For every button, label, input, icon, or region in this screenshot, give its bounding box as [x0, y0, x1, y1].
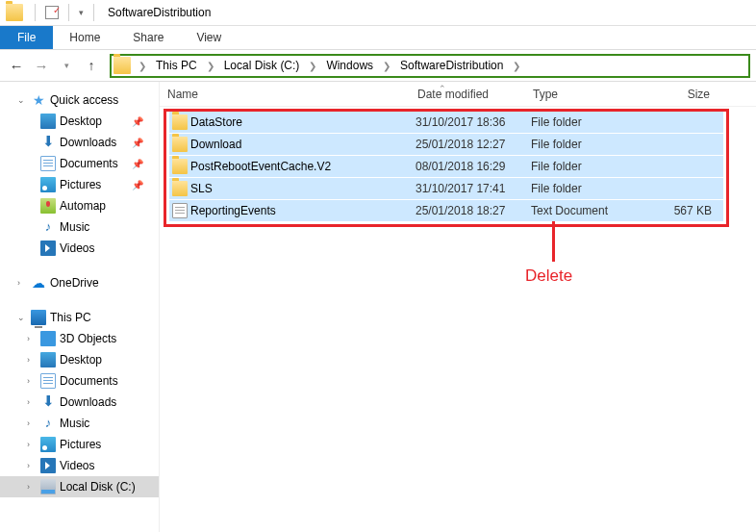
- folder-icon: [172, 181, 188, 196]
- chevron-right-icon[interactable]: ›: [17, 278, 27, 288]
- sidebar-item[interactable]: Documents📌: [0, 153, 159, 174]
- file-size: 567 KB: [646, 204, 719, 217]
- column-header-name[interactable]: Name: [160, 88, 410, 101]
- sidebar-item[interactable]: ›Local Disk (C:): [0, 476, 159, 497]
- file-list-panel: Name Date modified Type Size DataStore31…: [159, 82, 756, 532]
- chevron-right-icon[interactable]: ›: [27, 376, 37, 386]
- qat-properties-icon[interactable]: [45, 6, 59, 19]
- nav-recent-dropdown[interactable]: ▾: [56, 55, 77, 76]
- sidebar-label: Quick access: [50, 93, 118, 107]
- breadcrumb-segment[interactable]: Local Disk (C:): [218, 56, 306, 76]
- breadcrumb-segment[interactable]: SoftwareDistribution: [394, 56, 509, 76]
- tab-home[interactable]: Home: [53, 26, 116, 49]
- video-icon: [40, 241, 56, 256]
- chevron-right-icon[interactable]: ›: [27, 355, 37, 365]
- file-name: SLS: [190, 182, 416, 195]
- qat-separator: [35, 4, 36, 21]
- sidebar-item[interactable]: ›Videos: [0, 455, 159, 476]
- chevron-right-icon[interactable]: ›: [27, 461, 37, 470]
- sidebar-item-label: Documents: [60, 157, 118, 170]
- sidebar-item-label: Pictures: [60, 438, 101, 451]
- chevron-right-icon[interactable]: ❯: [135, 61, 150, 71]
- column-header-type[interactable]: Type: [525, 88, 641, 101]
- pin-icon: 📌: [132, 159, 159, 169]
- sidebar-item[interactable]: Pictures📌: [0, 174, 159, 195]
- file-row[interactable]: ReportingEvents25/01/2018 18:27Text Docu…: [169, 200, 723, 221]
- sidebar-this-pc[interactable]: ⌄ This PC: [0, 307, 159, 328]
- main-content: ⌄ ★ Quick access Desktop📌⬇Downloads📌Docu…: [0, 82, 756, 532]
- breadcrumb-segment[interactable]: Windows: [320, 56, 379, 76]
- sidebar-item-label: 3D Objects: [60, 332, 116, 345]
- sidebar-onedrive[interactable]: › ☁ OneDrive: [0, 272, 159, 293]
- sidebar-item-label: Local Disk (C:): [60, 480, 136, 494]
- nav-forward-button[interactable]: →: [31, 55, 52, 76]
- sidebar-item-label: Videos: [60, 459, 94, 472]
- file-date: 08/01/2018 16:29: [416, 160, 531, 173]
- desktop-icon: [40, 352, 56, 367]
- qat-dropdown-icon[interactable]: ▾: [79, 8, 84, 17]
- file-date: 25/01/2018 12:27: [416, 138, 531, 151]
- chevron-right-icon[interactable]: ›: [27, 397, 37, 407]
- file-name: ReportingEvents: [190, 204, 416, 217]
- chevron-right-icon[interactable]: ❯: [305, 61, 320, 71]
- address-breadcrumb[interactable]: ❯ This PC ❯ Local Disk (C:) ❯ Windows ❯ …: [110, 54, 750, 78]
- tab-view[interactable]: View: [180, 26, 238, 49]
- folder-icon: [172, 137, 188, 152]
- sidebar-item[interactable]: ›Desktop: [0, 349, 159, 370]
- chevron-right-icon[interactable]: ❯: [379, 61, 394, 71]
- pc-icon: [31, 310, 46, 325]
- tab-file[interactable]: File: [0, 26, 53, 49]
- chevron-right-icon[interactable]: ›: [27, 418, 37, 428]
- sidebar-item-label: Documents: [60, 374, 118, 388]
- chevron-down-icon[interactable]: ⌄: [17, 313, 27, 322]
- qat-separator: [93, 4, 94, 21]
- folder-icon: [172, 159, 188, 174]
- column-header-size[interactable]: Size: [641, 88, 718, 101]
- navigation-tree: ⌄ ★ Quick access Desktop📌⬇Downloads📌Docu…: [0, 82, 159, 532]
- sidebar-item[interactable]: ›Documents: [0, 370, 159, 392]
- pin-icon: 📌: [132, 180, 159, 190]
- file-row[interactable]: PostRebootEventCache.V208/01/2018 16:29F…: [169, 156, 723, 177]
- sidebar-item[interactable]: Videos: [0, 238, 159, 259]
- desktop-icon: [40, 114, 56, 129]
- qat-separator: [68, 4, 69, 21]
- nav-up-button[interactable]: ↑: [81, 55, 102, 76]
- breadcrumb-segment[interactable]: This PC: [150, 56, 203, 76]
- chevron-right-icon[interactable]: ›: [27, 440, 37, 449]
- chevron-right-icon[interactable]: ›: [27, 482, 37, 492]
- sidebar-item[interactable]: ♪Music: [0, 216, 159, 238]
- doc-icon: [40, 373, 56, 389]
- sidebar-item[interactable]: Desktop📌: [0, 111, 159, 132]
- 3d-icon: [40, 331, 56, 346]
- file-row[interactable]: SLS31/10/2017 17:41File folder: [169, 178, 723, 199]
- quick-access-toolbar: ▾: [33, 4, 96, 21]
- file-name: DataStore: [190, 115, 416, 129]
- chevron-right-icon[interactable]: ›: [27, 334, 37, 343]
- sidebar-item-label: Downloads: [60, 136, 116, 149]
- chevron-right-icon[interactable]: ❯: [509, 61, 524, 71]
- chevron-down-icon[interactable]: ⌄: [17, 95, 27, 105]
- window-title: SoftwareDistribution: [108, 6, 211, 19]
- sidebar-quick-access[interactable]: ⌄ ★ Quick access: [0, 89, 159, 111]
- sidebar-item[interactable]: ›3D Objects: [0, 328, 159, 349]
- sidebar-item[interactable]: ›♪Music: [0, 413, 159, 434]
- sidebar-item-label: Pictures: [60, 178, 101, 191]
- sidebar-item-label: Videos: [60, 241, 94, 255]
- column-header-date[interactable]: Date modified: [410, 88, 525, 101]
- file-date: 31/10/2017 17:41: [416, 182, 531, 195]
- nav-back-button[interactable]: ←: [6, 55, 27, 76]
- chevron-right-icon[interactable]: ❯: [203, 61, 218, 71]
- tab-share[interactable]: Share: [116, 26, 180, 49]
- sidebar-item[interactable]: ›⬇Downloads: [0, 392, 159, 413]
- file-row[interactable]: Download25/01/2018 12:27File folder: [169, 134, 723, 155]
- file-row[interactable]: DataStore31/10/2017 18:36File folder: [169, 112, 723, 133]
- file-type: File folder: [531, 115, 646, 129]
- file-name: Download: [190, 138, 416, 151]
- sidebar-item[interactable]: ›Pictures: [0, 434, 159, 455]
- music-icon: ♪: [40, 219, 56, 235]
- sidebar-item[interactable]: Automap: [0, 195, 159, 216]
- annotation-selection-box: DataStore31/10/2017 18:36File folderDown…: [164, 109, 729, 227]
- txt-icon: [172, 203, 188, 218]
- column-headers: Name Date modified Type Size: [160, 82, 756, 107]
- sidebar-item[interactable]: ⬇Downloads📌: [0, 132, 159, 153]
